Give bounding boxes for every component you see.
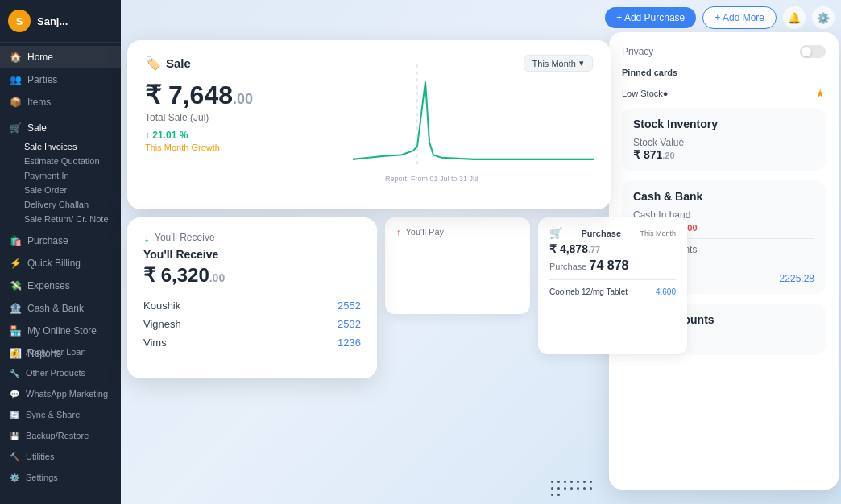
sidebar-sub-sale-return[interactable]: Sale Return/ Cr. Note [0, 212, 121, 226]
sidebar-sub-payment-in[interactable]: Payment In [0, 168, 121, 183]
sidebar-item-home[interactable]: 🏠 Home [0, 46, 121, 68]
sidebar-sub-delivery[interactable]: Delivery Challan [0, 197, 121, 212]
sidebar-logo: S Sanj... [0, 0, 121, 43]
stock-section-title: Stock Inventory [633, 118, 814, 130]
sidebar-item-label: Sale [27, 122, 47, 134]
add-purchase-label: + Add Purchase [616, 12, 685, 23]
sidebar-item-purchase[interactable]: 🛍️ Purchase [0, 229, 121, 252]
privacy-label: Privacy [622, 46, 653, 57]
person-row-vignesh: Vignesh 2532 [143, 315, 361, 333]
receive-arrow-icon: ↓ [143, 230, 150, 245]
sale-card: 🏷️ Sale This Month ▾ ₹ 7,648.00 Total Sa… [127, 40, 611, 209]
receive-card-header: ↓ You'll Receive [143, 230, 361, 245]
stock-inventory-section: Stock Inventory Stock Value ₹ 871.20 [622, 108, 826, 171]
sale-icon: 🛒 [10, 122, 21, 134]
online-store-icon: 🏪 [10, 325, 21, 337]
person-name: Vims [143, 337, 167, 349]
sidebar-sub-sale-order[interactable]: Sale Order [0, 183, 121, 197]
person-amount: 2532 [338, 318, 361, 330]
add-purchase-button[interactable]: + Add Purchase [605, 7, 696, 28]
purchase-card-icon: 🛒 [549, 227, 562, 239]
sidebar-item-settings[interactable]: ⚙️ Settings [0, 467, 121, 488]
main-area: + Add Purchase + Add More 🔔 ⚙️ Total Sal… [121, 0, 841, 504]
sidebar-item-label: Purchase [27, 235, 68, 246]
company-name: Sanj... [37, 15, 68, 27]
purchase-card: 🛒 Purchase This Month ₹ 4,878.77 Purchas… [538, 217, 687, 354]
parties-icon: 👥 [10, 74, 21, 85]
sidebar-item-expenses[interactable]: 💸 Expenses [0, 275, 121, 297]
toggle-knob [802, 47, 811, 56]
notifications-icon[interactable]: 🔔 [783, 6, 806, 29]
settings-icon[interactable]: ⚙️ [812, 6, 835, 29]
privacy-row: Privacy [622, 45, 826, 58]
person-amount: 1236 [338, 337, 361, 349]
sidebar-item-cash-bank[interactable]: 🏦 Cash & Bank [0, 297, 121, 320]
home-icon: 🏠 [10, 52, 21, 63]
sale-card-icon: 🏷️ [145, 56, 161, 71]
cash-bank-icon: 🏦 [10, 303, 21, 314]
sidebar-item-sale[interactable]: 🛒 Sale [0, 117, 121, 139]
purchase-title: Purchase [581, 229, 621, 238]
sidebar-item-utilities[interactable]: 🔨 Utilities [0, 446, 121, 467]
pinned-cards-label: Pinned cards [622, 68, 826, 77]
person-row-koushik: Koushik 2552 [143, 296, 361, 315]
sidebar-item-sync[interactable]: 🔄 Sync & Share [0, 404, 121, 425]
pay-card: ↑ You'll Pay [385, 217, 530, 314]
sidebar-bottom: 💰 Apply For Loan 🔧 Other Products 💬 What… [0, 341, 121, 488]
sidebar-sub-sale-invoices[interactable]: Sale Invoices [0, 139, 121, 154]
purchase-note: Purchase 74 878 [549, 258, 676, 273]
sidebar-item-label: Home [27, 52, 53, 63]
sidebar-item-parties[interactable]: 👥 Parties [0, 68, 121, 91]
topbar: + Add Purchase + Add More 🔔 ⚙️ [605, 6, 835, 29]
logo-circle: S [8, 10, 31, 32]
person-amount: 2552 [338, 300, 361, 312]
cards-grid: Total Sale (Jul) ↑ 21.01 % This Month Gr… [127, 40, 835, 498]
purchase-item-coolneb: Coolneb 12/mg Tablet 4,600 [549, 285, 676, 299]
add-more-label: + Add More [715, 12, 764, 23]
purchase-main-amount: ₹ 4,878.77 [549, 242, 676, 255]
sidebar-item-backup[interactable]: 💾 Backup/Restore [0, 425, 121, 446]
star-icon: ★ [815, 87, 826, 100]
person-row-vims: Vims 1236 [143, 333, 361, 352]
sale-card-title: 🏷️ Sale [145, 56, 191, 71]
sale-section: 🛒 Sale Sale Invoices Estimate Quotation … [0, 114, 121, 229]
sidebar-item-label: Parties [27, 74, 57, 85]
pay-card-header: ↑ You'll Pay [396, 227, 519, 237]
receive-card: ↓ You'll Receive You'll Receive ₹ 6,320.… [127, 217, 377, 378]
low-stock-text: Low Stock● [622, 89, 668, 98]
sidebar-item-whatsapp[interactable]: 💬 WhatsApp Marketing [0, 383, 121, 404]
bank-person-value: 2225.28 [780, 273, 814, 284]
quick-billing-icon: ⚡ [10, 258, 21, 269]
items-icon: 📦 [10, 97, 21, 108]
privacy-toggle[interactable] [800, 45, 826, 58]
stock-value-label: Stock Value [633, 137, 814, 148]
sidebar-nav: 🏠 Home 👥 Parties 📦 Items 🛒 Sale Sale Inv… [0, 46, 121, 365]
report-label: Report: From 01 Jul to 31 Jul [385, 174, 478, 182]
sidebar-item-quick-billing[interactable]: ⚡ Quick Billing [0, 252, 121, 275]
sidebar-item-online-store[interactable]: 🏪 My Online Store [0, 320, 121, 342]
sidebar-item-label: Cash & Bank [27, 303, 84, 314]
purchase-card-header: 🛒 Purchase This Month [549, 227, 676, 239]
low-stock-row: Low Stock● ★ [622, 84, 826, 103]
sidebar: S Sanj... 🏠 Home 👥 Parties 📦 Items 🛒 Sal… [0, 0, 121, 504]
person-name: Vignesh [143, 318, 181, 330]
sidebar-item-label: Items [27, 97, 51, 108]
sale-chart: .chart-line { fill: none; stroke: #10b98… [353, 64, 594, 185]
sidebar-item-label: Expenses [27, 280, 70, 291]
sidebar-item-other[interactable]: 🔧 Other Products [0, 362, 121, 383]
pay-arrow-icon: ↑ [396, 227, 401, 237]
receive-title: You'll Receive [143, 248, 361, 261]
bg-dots-br [551, 481, 595, 496]
add-more-button[interactable]: + Add More [702, 6, 777, 29]
sidebar-item-items[interactable]: 📦 Items [0, 91, 121, 114]
sidebar-item-label: My Online Store [27, 325, 97, 337]
purchase-icon: 🛍️ [10, 235, 21, 246]
divider [549, 279, 676, 280]
cash-section-title: Cash & Bank [633, 190, 814, 203]
stock-value: ₹ 871.20 [633, 148, 814, 161]
sidebar-sub-estimate[interactable]: Estimate Quotation [0, 154, 121, 168]
expenses-icon: 💸 [10, 280, 21, 291]
receive-amount: ₹ 6,320.00 [143, 264, 361, 287]
sidebar-item-loan[interactable]: 💰 Apply For Loan [0, 341, 121, 362]
person-name: Koushik [143, 300, 180, 312]
